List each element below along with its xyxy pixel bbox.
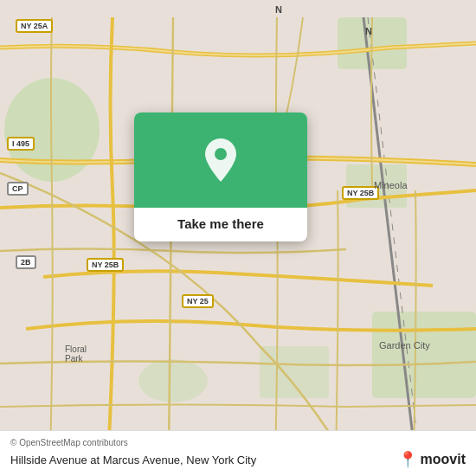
- svg-point-9: [215, 148, 227, 160]
- compass-n2: N: [365, 26, 372, 36]
- map-container: NY 25A I 495 CP NY 25B NY 25B NY 25B NY …: [0, 0, 476, 476]
- svg-point-6: [138, 359, 208, 402]
- svg-rect-5: [260, 346, 329, 398]
- compass-n: N: [275, 4, 282, 15]
- popup-green-area: [134, 113, 307, 208]
- road-badge-ny25b-1: NY 25B: [342, 186, 379, 200]
- svg-rect-4: [372, 312, 476, 398]
- location-text: Hillside Avenue at Marcus Avenue, New Yo…: [10, 453, 256, 466]
- road-badge-cp: CP: [7, 182, 29, 196]
- location-pin-icon: [202, 137, 240, 183]
- road-badge-ny25b-3: NY 25B: [87, 258, 124, 272]
- popup-card: Take me there: [134, 113, 307, 241]
- road-badge-ny25: NY 25: [182, 294, 214, 308]
- osm-attribution: © OpenStreetMap contributors: [10, 438, 466, 447]
- popup-button-label[interactable]: Take me there: [134, 208, 307, 241]
- moovit-pin-icon: 📍: [398, 450, 417, 469]
- moovit-logo: 📍 moovit: [398, 450, 466, 469]
- road-badge-2b: 2B: [16, 255, 36, 269]
- bottom-bar: © OpenStreetMap contributors Hillside Av…: [0, 430, 476, 476]
- road-badge-ny25a: NY 25A: [16, 19, 53, 33]
- moovit-brand-text: moovit: [421, 452, 466, 467]
- location-row: Hillside Avenue at Marcus Avenue, New Yo…: [10, 450, 466, 469]
- road-badge-i495: I 495: [7, 137, 35, 151]
